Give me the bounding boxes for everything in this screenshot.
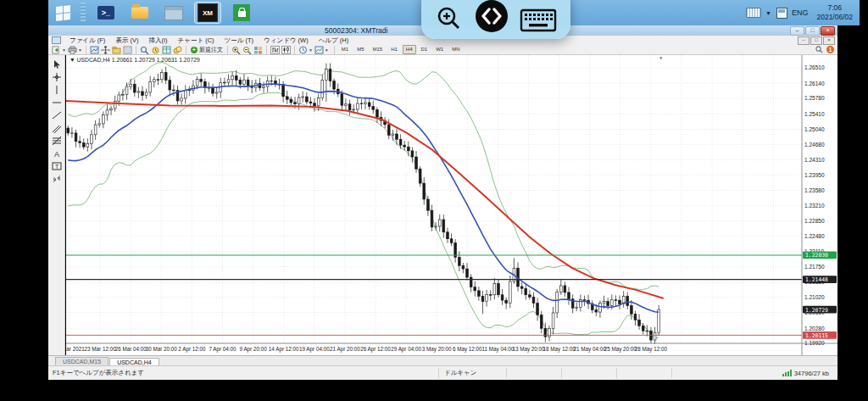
date-axis-label: 21 May 04:00	[574, 346, 607, 353]
date-axis-label: 19 Mar 2021	[66, 346, 85, 352]
price-axis-label: 1.25780	[804, 95, 825, 101]
toolbar-separator	[334, 46, 335, 54]
arrows-icon	[52, 174, 62, 184]
status-empty-cell	[506, 368, 561, 378]
tool-cursor[interactable]	[51, 58, 63, 70]
mdi-restore-button[interactable]: □	[810, 36, 822, 45]
bar-chart-icon[interactable]	[270, 46, 280, 54]
tool-horizontal-line[interactable]	[51, 97, 63, 108]
taskbar-item-powershell[interactable]: >_	[93, 3, 119, 23]
alarm-clock-icon[interactable]	[151, 46, 160, 54]
timeframe-button-h4[interactable]: H4	[403, 45, 416, 54]
price-axis-label: 1.22480	[804, 233, 825, 239]
zoom-button[interactable]	[435, 4, 464, 33]
minimize-button[interactable]: –	[790, 26, 804, 36]
price-axis-label: 1.26510	[804, 64, 825, 70]
date-axis-labels[interactable]: 19 Mar 202123 Mar 12:0026 Mar 04:0030 Ma…	[66, 346, 667, 353]
zoom-out-icon[interactable]	[242, 46, 252, 54]
restore-button[interactable]: □	[805, 26, 820, 36]
tool-arrows[interactable]	[51, 173, 63, 184]
keyboard-button[interactable]	[520, 8, 557, 33]
session-switch-button[interactable]	[475, 0, 509, 33]
profiles-folder-icon[interactable]	[112, 46, 121, 54]
magnifier-plus-icon	[435, 4, 464, 33]
keyboard-tray-icon[interactable]	[746, 8, 761, 18]
menu-item-1[interactable]: 表示 (V)	[110, 36, 143, 45]
traffic-counter: 34796/27 kb	[794, 370, 829, 377]
history-center-icon[interactable]	[173, 46, 182, 54]
chart-window-icon[interactable]	[90, 46, 99, 54]
timeframe-button-w1[interactable]: W1	[432, 45, 447, 54]
tool-channel[interactable]	[51, 122, 63, 133]
timeframe-button-m5[interactable]: M5	[353, 45, 367, 54]
price-axis-label: 1.25410	[804, 111, 825, 117]
language-flag-icon[interactable]	[776, 8, 787, 19]
toolbar-separator	[294, 46, 295, 54]
search-icon[interactable]	[815, 46, 823, 54]
cursor-move-icon[interactable]	[101, 46, 110, 54]
toolbar-separator	[136, 46, 136, 54]
new-order-button[interactable]: +新規注文	[191, 46, 223, 54]
timeframe-button-mn[interactable]: MN	[448, 45, 463, 54]
cursor-icon	[52, 59, 62, 70]
dropdown-arrow-icon: ▼	[309, 47, 313, 53]
market-watch-icon[interactable]	[123, 46, 132, 54]
status-connection[interactable]: 34796/27 kb	[782, 370, 837, 377]
svg-text:1.22030: 1.22030	[805, 252, 828, 259]
templates-dd-icon[interactable]: ▼	[314, 46, 329, 54]
candlestick-chart-icon[interactable]	[281, 46, 291, 54]
dropdown-arrow-icon: ▼	[78, 47, 82, 53]
keyboard-icon	[520, 8, 557, 33]
price-chart[interactable]: 1.265101.261401.257801.254101.250401.246…	[66, 55, 837, 355]
remote-desktop-icon	[475, 0, 509, 33]
price-axis-label: 1.26140	[804, 81, 825, 86]
taskbar-item-xm[interactable]: XM	[195, 3, 220, 23]
menu-item-0[interactable]: ファイル (F)	[64, 36, 110, 45]
zoom-in-icon[interactable]	[231, 46, 241, 54]
tool-crosshair[interactable]	[51, 71, 63, 82]
menu-item-2[interactable]: 挿入(I)	[143, 36, 172, 45]
tile-windows-icon[interactable]	[253, 46, 263, 54]
indicators-magnifier-icon[interactable]	[140, 46, 149, 54]
menu-item-5[interactable]: ウィンドウ (W)	[259, 36, 314, 45]
date-axis-label: 30 Mar 20:00	[146, 346, 178, 352]
date-axis-label: 21 Apr 20:00	[330, 346, 360, 353]
print-dd-icon[interactable]: ▼	[68, 46, 82, 54]
taskbar-item-explorer[interactable]	[127, 3, 153, 23]
menu-item-4[interactable]: ツール (T)	[220, 36, 259, 45]
tool-trendline[interactable]	[51, 109, 63, 120]
timeframe-button-m15[interactable]: M15	[370, 45, 387, 54]
date-axis-label: 3 May 20:00	[422, 346, 452, 353]
svg-text:▼ USDCAD,H4 1.20661 1.20729 1: ▼ USDCAD,H4 1.20661 1.20729 1.20631 1.20…	[70, 57, 200, 63]
period-clock-dd-icon[interactable]: ▼	[298, 46, 313, 54]
data-window-icon[interactable]	[162, 46, 171, 54]
taskbar-clock[interactable]: 7:06 2021/06/02	[816, 3, 853, 21]
notification-badge[interactable]: 1	[826, 46, 834, 53]
mdi-close-button[interactable]: ×	[823, 36, 835, 45]
timeframe-button-h1[interactable]: H1	[387, 45, 401, 54]
timeframe-button-d1[interactable]: D1	[418, 45, 431, 54]
xm-icon: XM	[198, 3, 218, 22]
trendline-icon	[52, 110, 62, 120]
taskbar-item-store[interactable]	[229, 3, 254, 23]
tool-vertical-line[interactable]	[51, 84, 63, 95]
tool-text-label[interactable]: T	[51, 160, 63, 171]
language-indicator[interactable]: ENG	[792, 8, 809, 17]
menu-item-3[interactable]: チャート (C)	[173, 36, 220, 45]
tool-text[interactable]: A	[51, 148, 63, 159]
date-axis-label: 6 May 12:00	[453, 346, 482, 353]
taskbar-item-app[interactable]	[161, 3, 186, 23]
chart-tab-0[interactable]: USDCAD,M15	[55, 357, 108, 365]
menu-item-6[interactable]: ヘルプ (H)	[314, 36, 354, 45]
start-button[interactable]	[48, 0, 77, 25]
new-chart-dd-icon[interactable]: ▼	[52, 46, 66, 54]
date-axis-label: 13 May 20:00	[512, 346, 545, 353]
mdi-minimize-button[interactable]: –	[798, 36, 810, 45]
tool-fibonacci[interactable]	[51, 135, 63, 146]
tray-chevron-icon[interactable]: ▼	[765, 10, 771, 16]
close-button[interactable]: ×	[821, 26, 835, 36]
date-axis-label: 29 Apr 04:00	[391, 346, 421, 353]
date-axis-label: 25 May 20:00	[604, 346, 637, 353]
timeframe-button-m1[interactable]: M1	[338, 45, 352, 54]
price-axis-label: 1.24680	[804, 142, 825, 148]
